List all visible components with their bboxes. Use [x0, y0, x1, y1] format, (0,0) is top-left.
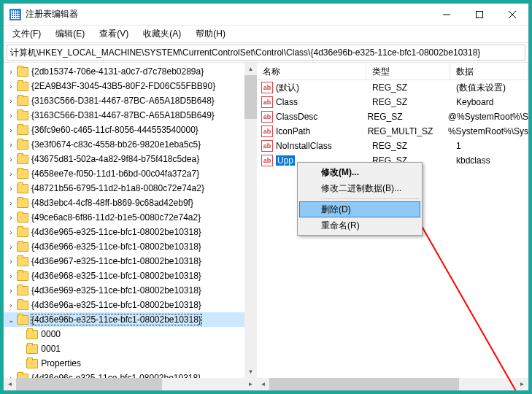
chevron-right-icon[interactable]: ›: [7, 112, 15, 120]
value-type: REG_SZ: [366, 82, 450, 93]
chevron-right-icon[interactable]: ›: [7, 155, 15, 163]
tree-row[interactable]: ›{4d36e96c-e325-11ce-bfc1-08002be10318}: [4, 371, 244, 378]
folder-icon: [17, 286, 28, 296]
chevron-right-icon[interactable]: ›: [7, 301, 15, 309]
tree-label: {4d36e96c-e325-11ce-bfc1-08002be10318}: [31, 373, 201, 378]
chevron-right-icon[interactable]: ›: [7, 170, 15, 178]
maximize-button[interactable]: [463, 4, 496, 25]
chevron-right-icon[interactable]: ›: [7, 228, 15, 236]
tree-row[interactable]: ›{48d3ebc4-4cf8-48ff-b869-9c68ad42eb9f}: [4, 196, 244, 210]
scroll-left-button[interactable]: ◄: [4, 378, 16, 390]
tree-row[interactable]: ›{4d36e966-e325-11ce-bfc1-08002be10318}: [4, 239, 244, 254]
menu-favorites[interactable]: 收藏夹(A): [137, 26, 187, 42]
tree-row[interactable]: ›{3163C566-D381-4467-87BC-A65A18D5B648}: [4, 93, 244, 108]
tree-scrollbar-h[interactable]: ◄ ►: [4, 378, 257, 390]
content-area: ›{2db15374-706e-4131-a0c7-d7c78eb0289a}›…: [4, 62, 528, 390]
tree-row[interactable]: ›{3e3f0674-c83c-4558-bb26-9820e1eba5c5}: [4, 137, 244, 152]
tree-row[interactable]: ›{4d36e968-e325-11ce-bfc1-08002be10318}: [4, 269, 244, 283]
tree-row[interactable]: ›{4d36e967-e325-11ce-bfc1-08002be10318}: [4, 254, 244, 269]
list-header[interactable]: 名称 类型 数据: [257, 63, 528, 80]
folder-icon: [17, 242, 28, 252]
list-row[interactable]: ab(默认)REG_SZ(数值未设置): [257, 80, 528, 95]
scroll-thumb-h[interactable]: [16, 378, 162, 390]
tree-label: {4d36e967-e325-11ce-bfc1-08002be10318}: [31, 256, 201, 266]
folder-icon: [26, 359, 38, 368]
menu-edit[interactable]: 编辑(E): [50, 26, 90, 42]
list-row[interactable]: abClassREG_SZKeyboard: [257, 95, 528, 109]
list-row[interactable]: abClassDescREG_SZ@%SystemRoot%\S: [257, 109, 528, 124]
folder-icon: [17, 82, 28, 91]
regedit-window: 注册表编辑器 文件(F) 编辑(E) 查看(V) 收藏夹(A) 帮助(H) 计算…: [3, 3, 529, 391]
tree-row[interactable]: ›{48721b56-6795-11d2-b1a8-0080c72e74a2}: [4, 181, 244, 196]
scroll-down-button[interactable]: ▼: [244, 366, 257, 378]
ctx-delete[interactable]: 删除(D): [299, 201, 420, 217]
string-value-icon: ab: [261, 82, 273, 93]
chevron-right-icon[interactable]: ›: [7, 243, 15, 251]
chevron-right-icon[interactable]: ›: [7, 82, 15, 90]
header-data[interactable]: 数据: [450, 63, 528, 80]
chevron-right-icon[interactable]: ›: [7, 258, 15, 266]
chevron-right-icon[interactable]: ›: [7, 126, 15, 134]
minimize-button[interactable]: [430, 4, 463, 25]
tree-row[interactable]: ›{43675d81-502a-4a82-9f84-b75f418c5dea}: [4, 152, 244, 166]
address-bar[interactable]: 计算机\HKEY_LOCAL_MACHINE\SYSTEM\CurrentCon…: [7, 45, 525, 61]
tree-row[interactable]: ›{4d36e96a-e325-11ce-bfc1-08002be10318}: [4, 298, 244, 312]
chevron-right-icon[interactable]: ›: [7, 68, 15, 76]
folder-icon: [26, 344, 38, 354]
tree-row[interactable]: ·0001: [4, 341, 244, 356]
chevron-right-icon[interactable]: ›: [7, 141, 15, 149]
folder-icon: [26, 330, 38, 339]
menu-file[interactable]: 文件(F): [7, 26, 47, 42]
chevron-right-icon[interactable]: ›: [7, 185, 15, 193]
header-type[interactable]: 类型: [366, 63, 450, 80]
value-data: (数值未设置): [450, 82, 528, 94]
list-scroll-thumb-h[interactable]: [269, 378, 459, 390]
tree-row[interactable]: ›{4658ee7e-f050-11d1-b6bd-00c04fa372a7}: [4, 166, 244, 181]
tree-row[interactable]: ›{49ce6ac8-6f86-11d2-b1e5-0080c72e74a2}: [4, 210, 244, 225]
titlebar[interactable]: 注册表编辑器: [4, 4, 528, 26]
tree-line: ·: [16, 345, 25, 353]
tree-label: {3163C566-D381-4467-87BC-A65A18D5B648}: [31, 96, 215, 106]
menu-view[interactable]: 查看(V): [93, 26, 134, 42]
folder-icon: [17, 184, 28, 193]
list-scroll-right-button[interactable]: ►: [516, 378, 528, 390]
chevron-down-icon[interactable]: ⌄: [7, 316, 15, 324]
tree-line: ·: [16, 331, 25, 339]
tree-line: ·: [16, 360, 25, 368]
ctx-rename[interactable]: 重命名(R): [299, 217, 420, 233]
scroll-thumb-v[interactable]: [244, 75, 257, 119]
tree-row[interactable]: ›{2db15374-706e-4131-a0c7-d7c78eb0289a}: [4, 64, 244, 79]
chevron-right-icon[interactable]: ›: [7, 199, 15, 207]
chevron-right-icon[interactable]: ›: [7, 272, 15, 280]
tree-row[interactable]: ›{2EA9B43F-3045-43B5-80F2-FD06C55FBB90}: [4, 79, 244, 93]
list-scroll-left-button[interactable]: ◄: [257, 378, 269, 390]
value-data: %SystemRoot%\Sys: [442, 126, 528, 136]
ctx-modify[interactable]: 修改(M)...: [299, 164, 420, 180]
chevron-right-icon[interactable]: ›: [7, 214, 15, 222]
chevron-right-icon[interactable]: ›: [7, 97, 15, 105]
folder-icon: [17, 301, 28, 310]
tree-row[interactable]: ›{3163C566-D381-4467-87BC-A65A18D5B649}: [4, 108, 244, 123]
tree-row[interactable]: ›{4d36e969-e325-11ce-bfc1-08002be10318}: [4, 283, 244, 298]
scroll-right-button[interactable]: ►: [244, 378, 257, 390]
chevron-right-icon[interactable]: ›: [7, 287, 15, 295]
list-scrollbar-h[interactable]: ◄ ►: [257, 378, 528, 390]
tree-row[interactable]: ⌄{4d36e96b-e325-11ce-bfc1-08002be10318}: [4, 312, 244, 327]
tree-scrollbar-v[interactable]: ▲ ▼: [244, 63, 257, 378]
folder-icon: [17, 67, 28, 77]
scroll-up-button[interactable]: ▲: [244, 63, 257, 75]
tree-row[interactable]: ·Properties: [4, 356, 244, 371]
tree-label: Properties: [41, 358, 81, 368]
list-row[interactable]: abIconPathREG_MULTI_SZ%SystemRoot%\Sys: [257, 124, 528, 139]
header-name[interactable]: 名称: [257, 63, 366, 80]
ctx-modify-binary[interactable]: 修改二进制数据(B)...: [299, 180, 420, 196]
menu-help[interactable]: 帮助(H): [190, 26, 231, 42]
tree-label: {4d36e96b-e325-11ce-bfc1-08002be10318}: [31, 314, 201, 325]
value-type: REG_SZ: [366, 141, 450, 151]
tree-row[interactable]: ›{4d36e965-e325-11ce-bfc1-08002be10318}: [4, 225, 244, 239]
list-row[interactable]: abNoInstallClassREG_SZ1: [257, 139, 528, 153]
close-button[interactable]: [496, 4, 528, 25]
tree-row[interactable]: ›{36fc9e60-c465-11cf-8056-444553540000}: [4, 123, 244, 137]
tree-list[interactable]: ›{2db15374-706e-4131-a0c7-d7c78eb0289a}›…: [4, 63, 244, 378]
tree-row[interactable]: ·0000: [4, 327, 244, 341]
